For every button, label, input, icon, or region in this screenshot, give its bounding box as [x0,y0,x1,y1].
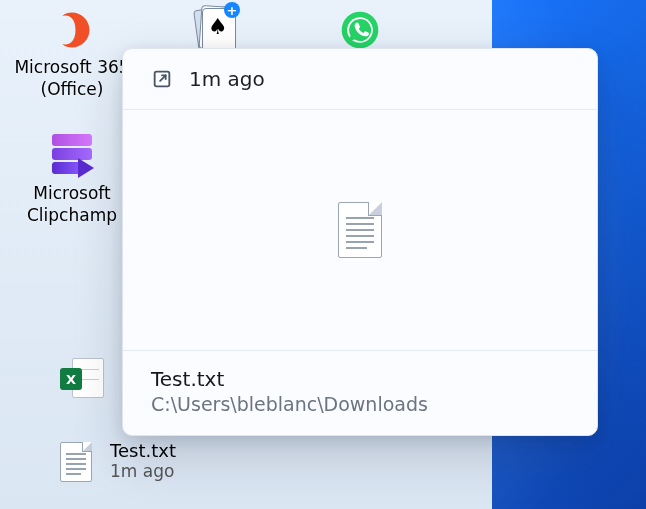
text-file-icon [60,438,92,482]
desktop-icon-test-txt[interactable]: Test.txt 1m ago [10,438,176,482]
file-time-label: 1m ago [110,461,176,481]
flyout-file-path: C:\Users\bleblanc\Downloads [151,393,573,415]
excel-icon: X [58,354,106,402]
flyout-header: 1m ago [123,49,597,110]
flyout-footer: Test.txt C:\Users\bleblanc\Downloads [123,350,597,435]
flyout-preview-area [123,110,597,350]
flyout-time-ago: 1m ago [189,67,265,91]
desktop-icon-label: Microsoft 365 (Office) [4,56,140,100]
solitaire-icon: ♠ + [192,6,240,54]
microsoft-365-icon [48,6,96,54]
open-external-icon[interactable] [151,68,173,90]
file-name-label: Test.txt [110,440,176,461]
file-preview-flyout[interactable]: 1m ago Test.txt C:\Users\bleblanc\Downlo… [122,48,598,436]
clipchamp-icon [48,132,96,180]
flyout-file-name: Test.txt [151,367,573,391]
desktop-icon-label: Microsoft Clipchamp [4,182,140,226]
whatsapp-icon [336,6,384,54]
text-document-icon [338,202,382,258]
